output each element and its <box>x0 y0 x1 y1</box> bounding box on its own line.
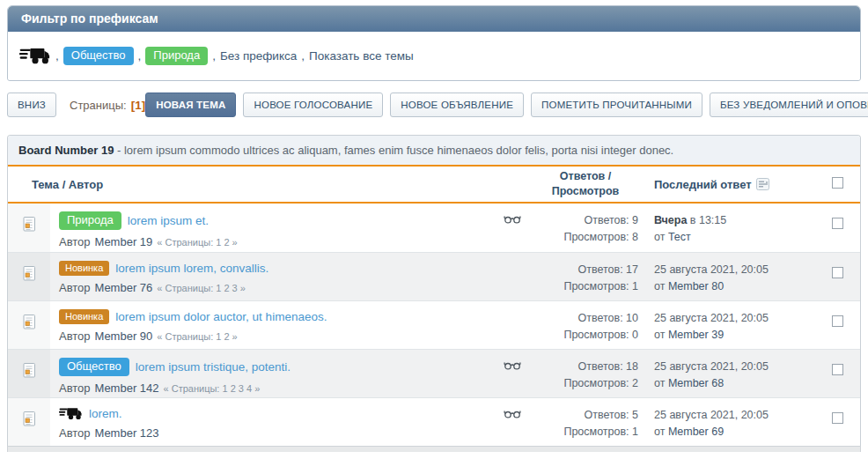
show-all-topics-link[interactable]: Показать все темы <box>309 49 414 63</box>
views-count: Просмотров: 1 <box>533 278 638 295</box>
toolbar: ВНИЗ Страницы: [1] НОВАЯ ТЕМАНОВОЕ ГОЛОС… <box>7 93 861 117</box>
topic-prefix-badge[interactable]: Новинка <box>59 309 109 324</box>
topic-checkbox[interactable] <box>832 364 843 375</box>
topic-document-icon <box>22 411 37 446</box>
filter-separator: , <box>212 49 216 63</box>
go-down-button[interactable]: ВНИЗ <box>7 93 56 117</box>
topic-document-icon <box>22 314 37 349</box>
select-all-cell <box>814 177 860 191</box>
prefix-badge-society[interactable]: Общество <box>63 47 134 65</box>
last-post-date-bold: Вчера <box>654 214 687 226</box>
table-row: Новинка lorem ipsum dolor auctor, ut him… <box>8 300 860 349</box>
last-post-by-label: от <box>654 231 665 243</box>
watching-glasses-icon <box>504 214 521 224</box>
author-link[interactable]: Member 90 <box>95 329 153 343</box>
topic-prefix-badge[interactable]: Природа <box>59 211 121 230</box>
topic-document-icon <box>22 362 37 397</box>
table-row: Природа lorem ipsum et. Автор Member 19 … <box>8 204 860 252</box>
views-count: Просмотров: 2 <box>533 375 638 392</box>
last-post-author-link[interactable]: Member 68 <box>668 377 724 389</box>
topic-prefix-badge[interactable]: Новинка <box>59 261 109 276</box>
last-post-author-link[interactable]: Member 69 <box>668 426 724 438</box>
last-post-author-link[interactable]: Тест <box>668 231 691 243</box>
replies-count: Ответов: 5 <box>533 407 638 424</box>
topic-checkbox[interactable] <box>832 218 843 229</box>
truck-icon <box>59 406 83 421</box>
table-row: Новинка lorem ipsum lorem, convallis. Ав… <box>8 252 860 300</box>
author-link[interactable]: Member 142 <box>95 381 159 395</box>
column-header-stats[interactable]: Ответов / Просмотров <box>533 169 638 199</box>
last-post-date: 25 августа 2021, 20:05 <box>654 262 814 278</box>
pages-label: Страницы: <box>70 99 127 112</box>
views-count: Просмотров: 8 <box>533 229 638 246</box>
topic-title-link[interactable]: lorem. <box>89 407 122 420</box>
sort-icon[interactable] <box>756 178 769 190</box>
filter-panel: Фильтр по префиксам , Общество , Природа… <box>7 5 861 81</box>
topic-checkbox[interactable] <box>832 412 843 424</box>
topic-title-link[interactable]: lorem ipsum et. <box>128 214 209 227</box>
topic-pages[interactable]: « Страницы: 1 2 3 » <box>157 283 246 293</box>
replies-count: Ответов: 9 <box>533 212 638 229</box>
topic-title-link[interactable]: lorem ipsum lorem, convallis. <box>115 262 268 275</box>
last-post-date: 25 августа 2021, 20:05 <box>654 407 814 424</box>
author-label: Автор <box>59 281 91 294</box>
board-title-bar: Board Number 19 - lorem ipsum commodo ul… <box>8 136 860 167</box>
toolbar-button[interactable]: НОВОЕ ОБЪЯВЛЕНИЕ <box>390 93 524 117</box>
topic-pages[interactable]: « Страницы: 1 2 » <box>157 237 237 248</box>
last-post-author-link[interactable]: Member 39 <box>668 329 724 341</box>
views-count: Просмотров: 0 <box>533 327 638 344</box>
board-name: Board Number 19 <box>18 144 114 157</box>
table-row: Общество lorem ipsum tristique, potenti.… <box>8 349 860 397</box>
table-header-row: Тема / Автор Ответов / Просмотров Послед… <box>8 167 860 204</box>
topic-prefix-badge[interactable]: Общество <box>59 358 129 376</box>
toolbar-buttons: НОВАЯ ТЕМАНОВОЕ ГОЛОСОВАНИЕНОВОЕ ОБЪЯВЛЕ… <box>145 93 868 117</box>
bottom-strip <box>7 446 861 452</box>
last-post-by-label: от <box>654 329 665 341</box>
prefix-badge-nature[interactable]: Природа <box>145 47 208 65</box>
author-label: Автор <box>59 329 91 343</box>
topic-title-link[interactable]: lorem ipsum dolor auctor, ut himenaeos. <box>115 310 327 323</box>
author-label: Автор <box>59 426 91 440</box>
topic-document-icon <box>22 216 37 252</box>
current-page[interactable]: [1] <box>131 99 146 112</box>
last-post-date: 25 августа 2021, 20:05 <box>654 359 814 375</box>
toolbar-button[interactable]: НОВОЕ ГОЛОСОВАНИЕ <box>243 93 383 117</box>
filter-separator: , <box>301 49 305 63</box>
select-all-checkbox[interactable] <box>832 177 843 189</box>
author-link[interactable]: Member 76 <box>95 281 153 294</box>
no-prefix-link[interactable]: Без префикса <box>220 49 297 63</box>
toolbar-button[interactable]: НОВАЯ ТЕМА <box>145 93 236 117</box>
last-post-by-label: от <box>654 377 665 389</box>
watching-glasses-icon <box>504 409 521 418</box>
topic-title-link[interactable]: lorem ipsum tristique, potenti. <box>136 360 291 374</box>
column-header-lastpost[interactable]: Последний ответ <box>638 178 814 191</box>
replies-count: Ответов: 17 <box>533 262 638 278</box>
author-link[interactable]: Member 19 <box>95 235 153 248</box>
topic-pages[interactable]: « Страницы: 1 2 3 4 » <box>164 383 261 394</box>
replies-count: Ответов: 10 <box>533 310 638 327</box>
topic-rows: Природа lorem ipsum et. Автор Member 19 … <box>8 204 860 446</box>
author-link[interactable]: Member 123 <box>95 426 159 440</box>
topic-document-icon <box>22 265 37 300</box>
filter-panel-body: , Общество , Природа , Без префикса, Пок… <box>8 32 860 80</box>
column-header-subject[interactable]: Тема / Автор <box>8 178 492 191</box>
author-label: Автор <box>59 381 91 395</box>
last-post-author-link[interactable]: Member 80 <box>668 280 724 292</box>
board-description: - lorem ipsum commodo ultrices ac aliqua… <box>117 144 673 157</box>
topic-checkbox[interactable] <box>832 315 843 327</box>
filter-separator: , <box>138 49 142 63</box>
toolbar-button[interactable]: БЕЗ УВЕДОМЛЕНИЙ И ОПОВЕЩЕНИЙ <box>710 93 868 117</box>
views-count: Просмотров: 1 <box>533 424 638 440</box>
filter-panel-title: Фильтр по префиксам <box>8 6 860 32</box>
toolbar-button[interactable]: ПОМЕТИТЬ ПРОЧИТАННЫМИ <box>531 93 702 117</box>
truck-icon[interactable] <box>19 46 51 66</box>
author-label: Автор <box>59 235 91 248</box>
watching-glasses-icon <box>504 360 521 370</box>
last-post-date: 25 августа 2021, 20:05 <box>654 310 814 327</box>
page: Фильтр по префиксам , Общество , Природа… <box>0 0 868 452</box>
last-post-by-label: от <box>654 426 665 438</box>
table-row: lorem. Автор Member 123 <box>8 397 860 446</box>
topic-checkbox[interactable] <box>832 267 843 278</box>
topic-pages[interactable]: « Страницы: 1 2 » <box>157 331 237 342</box>
filter-separator: , <box>55 49 59 63</box>
